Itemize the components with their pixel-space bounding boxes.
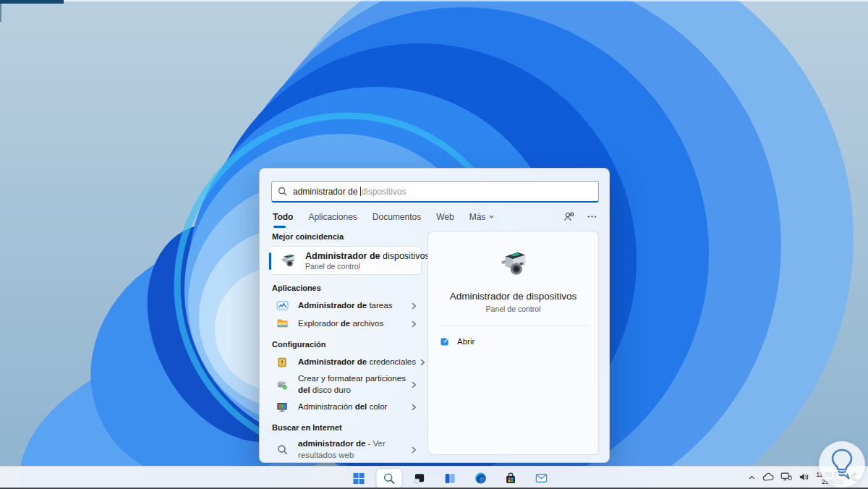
chevron-right-icon <box>410 446 417 454</box>
divider <box>438 325 588 326</box>
tab-documentos[interactable]: Documentos <box>373 212 421 222</box>
result-subtitle: Panel de control <box>305 262 430 271</box>
screenshot-left-edge <box>0 0 1 22</box>
device-manager-icon <box>278 252 298 270</box>
tab-mas[interactable]: Más <box>469 212 495 222</box>
open-action-label: Abrir <box>457 337 475 346</box>
screenshot-top-artifact <box>0 0 64 4</box>
chevron-right-icon <box>410 302 417 310</box>
task-view-button[interactable] <box>407 468 433 488</box>
chevron-down-icon <box>488 213 495 220</box>
mail-button[interactable] <box>528 468 555 488</box>
screenshot-top-edge <box>64 0 868 1</box>
chevron-right-icon <box>410 381 417 388</box>
preview-pane: Administrador de dispositivos Panel de c… <box>427 231 599 455</box>
device-manager-icon <box>428 247 598 281</box>
section-header-settings: Configuración <box>268 340 422 349</box>
search-options-icon[interactable] <box>563 211 575 223</box>
mail-icon <box>535 472 548 485</box>
result-row-credential-manager[interactable]: Administrador de credenciales <box>268 353 422 371</box>
search-flyout: administrador de dispositivos Todo Aplic… <box>259 168 610 463</box>
disk-partition-icon <box>275 379 289 391</box>
result-row-disk-partitions[interactable]: Crear y formatear particiones del disco … <box>268 371 422 398</box>
search-input[interactable]: administrador de dispositivos <box>271 181 599 203</box>
section-header-web-search: Buscar en Internet <box>268 423 422 432</box>
section-header-best-match: Mejor coincidencia <box>268 232 422 241</box>
tab-aplicaciones[interactable]: Aplicaciones <box>308 212 357 222</box>
volume-icon[interactable] <box>799 472 809 485</box>
result-row-file-explorer[interactable]: Explorador de archivos <box>268 315 422 333</box>
credential-manager-icon <box>275 357 289 368</box>
search-tabs: Todo Aplicaciones Documentos Web Más <box>273 211 597 223</box>
preview-subtitle: Panel de control <box>428 305 598 313</box>
web-search-icon <box>275 444 289 455</box>
result-row-task-manager[interactable]: Administrador de tareas <box>268 297 422 315</box>
more-options-icon[interactable] <box>587 211 597 222</box>
chevron-right-icon <box>410 320 417 328</box>
search-typed-text: administrador de <box>293 187 357 197</box>
chevron-right-icon <box>410 404 417 411</box>
widgets-icon <box>444 472 456 485</box>
search-button[interactable] <box>376 468 403 488</box>
chevron-right-icon <box>419 359 426 366</box>
tab-web[interactable]: Web <box>436 212 454 222</box>
file-explorer-icon <box>275 318 289 330</box>
windows-logo-icon <box>353 472 365 485</box>
search-results-list: Mejor coincidencia Administrador de disp… <box>268 232 422 463</box>
lightbulb-sketch-icon <box>823 446 861 483</box>
color-management-icon <box>275 401 289 413</box>
search-icon <box>278 187 287 196</box>
start-button[interactable] <box>346 468 373 488</box>
section-header-apps: Aplicaciones <box>268 284 422 292</box>
tray-chevron-up-icon[interactable] <box>748 472 756 485</box>
store-icon <box>505 472 517 485</box>
open-action[interactable]: Abrir <box>440 336 598 346</box>
solvetic-watermark-logo <box>819 441 865 488</box>
tab-todo[interactable]: Todo <box>273 212 293 222</box>
selection-accent-bar <box>269 252 271 270</box>
edge-button[interactable] <box>467 468 494 488</box>
taskbar: 11:06 PM 29/6/21 <box>0 466 868 489</box>
widgets-button[interactable] <box>437 468 464 488</box>
result-row-web-search[interactable]: administrador de - Ver resultados web <box>268 436 422 463</box>
result-title: Administrador de dispositivos <box>305 251 430 261</box>
open-external-icon <box>440 336 451 346</box>
search-icon <box>383 472 396 485</box>
network-icon[interactable] <box>780 472 792 485</box>
store-button[interactable] <box>498 468 524 488</box>
taskbar-center-icons <box>346 467 555 489</box>
onedrive-cloud-icon[interactable] <box>762 472 774 485</box>
result-row-color-management[interactable]: Administración del color <box>268 398 422 416</box>
result-row-device-manager[interactable]: Administrador de dispositivos Panel de c… <box>268 246 422 275</box>
task-manager-icon <box>275 299 289 312</box>
task-view-icon <box>414 472 426 485</box>
preview-title: Administrador de dispositivos <box>428 291 598 302</box>
search-suggestion-text: dispositivos <box>361 187 406 197</box>
edge-icon <box>474 472 487 485</box>
